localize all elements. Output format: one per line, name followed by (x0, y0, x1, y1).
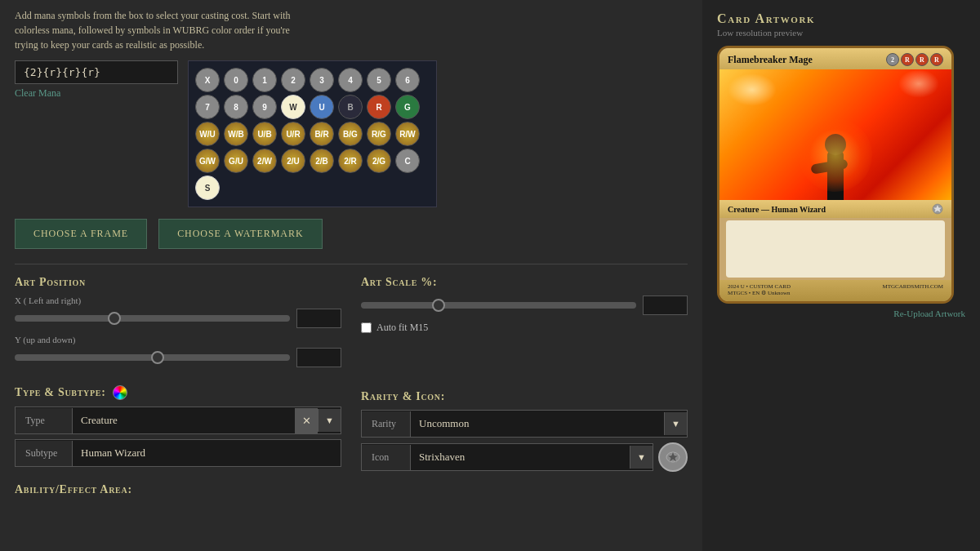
mana-symbol-8[interactable]: 8 (224, 95, 248, 119)
icon-label: Icon (362, 445, 411, 470)
card-footer-right: MTGCARDSMITH.COM (883, 283, 943, 296)
mana-symbol-2-u[interactable]: 2/U (281, 149, 305, 173)
x-slider[interactable] (15, 315, 290, 322)
mana-symbol-u-r[interactable]: U/R (281, 122, 305, 146)
rarity-icon-section: Rarity & Icon: Rarity Uncommon ▼ Icon St… (361, 390, 688, 472)
set-icon (665, 449, 681, 465)
mana-symbol-r-g[interactable]: R/G (367, 122, 391, 146)
mana-symbol-0[interactable]: 0 (224, 68, 248, 92)
set-icon-badge[interactable] (658, 442, 688, 472)
ability-label: Ability/Effect Area: (15, 483, 688, 496)
card-preview-label: Low resolution preview (717, 28, 803, 38)
scale-slider-row: 118 (361, 295, 688, 315)
mana-symbol-r[interactable]: R (367, 95, 391, 119)
y-slider[interactable] (15, 354, 290, 361)
card-mana-cost: 2 R R R (886, 53, 943, 66)
mana-symbol-w-u[interactable]: W/U (195, 122, 220, 146)
icon-dropdown-button[interactable]: ▼ (630, 446, 653, 469)
icon-value: Strixhaven (411, 444, 630, 470)
mana-symbol-w-b[interactable]: W/B (224, 122, 248, 146)
mana-symbol-2-r[interactable]: 2/R (338, 149, 363, 173)
card-footer: 2024 U • CUSTOM CARDMTGCS • EN ⚙ Unknown… (719, 280, 951, 301)
mana-symbol-g-w[interactable]: G/W (195, 149, 220, 173)
mana-symbol-w[interactable]: W (281, 95, 305, 119)
x-slider-row: -29 (15, 309, 341, 328)
mana-symbol-7[interactable]: 7 (195, 95, 220, 119)
card-artwork-title: Card Artwork (717, 11, 815, 26)
mana-symbol-b[interactable]: B (338, 95, 363, 119)
mana-symbol-2-w[interactable]: 2/W (252, 149, 277, 173)
mana-symbol-u[interactable]: U (310, 95, 334, 119)
y-sub-label: Y (up and down) (15, 335, 341, 344)
clear-mana-link[interactable]: Clear Mana (15, 87, 178, 100)
card-header: Flamebreaker Mage 2 R R R (719, 48, 951, 69)
scale-slider[interactable] (361, 302, 636, 309)
mana-symbol-5[interactable]: 5 (367, 68, 391, 92)
type-label: Type (16, 408, 73, 433)
choose-watermark-button[interactable]: Choose a Watermark (158, 219, 322, 249)
card-type-bar: Creature — Human Wizard (719, 200, 951, 218)
card-set-icon (932, 203, 943, 215)
mana-pip-2: 2 (886, 53, 899, 66)
rarity-value: Uncommon (411, 411, 664, 437)
mana-symbol-2-b[interactable]: 2/B (310, 149, 334, 173)
card-text-box (726, 220, 945, 278)
mana-symbol-b-r[interactable]: B/R (310, 122, 334, 146)
subtype-input[interactable] (73, 440, 341, 466)
mana-pip-r1: R (901, 53, 914, 66)
mana-symbol-s[interactable]: S (195, 176, 220, 200)
mana-symbol-g-u[interactable]: G/U (224, 149, 248, 173)
art-position-label: Art Position (15, 276, 341, 289)
mana-symbol-r-w[interactable]: R/W (395, 122, 420, 146)
controls-row: Art Position X ( Left and right) -29 Y (… (15, 276, 688, 374)
mana-symbol-1[interactable]: 1 (252, 68, 277, 92)
x-sub-label: X ( Left and right) (15, 295, 341, 305)
mana-pip-r3: R (930, 53, 943, 66)
mana-symbol-3[interactable]: 3 (310, 68, 334, 92)
scale-value-input[interactable]: 118 (643, 295, 688, 315)
type-field-row: Type ✕ ▼ (15, 407, 341, 434)
auto-fit-checkbox[interactable] (361, 322, 372, 333)
choose-frame-button[interactable]: Choose a Frame (15, 219, 147, 249)
mana-symbol-4[interactable]: 4 (338, 68, 363, 92)
icon-field-row: Icon Strixhaven ▼ (361, 443, 653, 471)
color-wheel-icon[interactable] (113, 385, 127, 400)
art-scale-section: Art Scale %: 118 Auto fit M15 (361, 276, 688, 374)
mana-symbol-b-g[interactable]: B/G (338, 122, 363, 146)
mana-symbol-x[interactable]: X (195, 68, 220, 92)
art-position-section: Art Position X ( Left and right) -29 Y (… (15, 276, 341, 374)
instruction-text: Add mana symbols from the box to select … (15, 8, 292, 52)
re-upload-link[interactable]: Re-Upload Artwork (717, 309, 965, 318)
mana-grid-box: X0123456789WUBRGW/UW/BU/BU/RB/RB/GR/GR/W… (188, 60, 437, 207)
card-art-area (719, 69, 951, 200)
ability-section: Ability/Effect Area: (15, 483, 688, 496)
mana-symbol-g[interactable]: G (395, 95, 420, 119)
rarity-dropdown-button[interactable]: ▼ (664, 412, 687, 435)
left-panel: Add mana symbols from the box to select … (0, 0, 702, 551)
subtype-label: Subtype (16, 441, 73, 466)
type-rarity-row: Type & Subtype: Type ✕ ▼ Subtype Rarity … (15, 385, 688, 472)
mana-symbol-c[interactable]: C (395, 149, 420, 173)
type-input[interactable] (73, 407, 295, 433)
type-subtype-section: Type & Subtype: Type ✕ ▼ Subtype (15, 385, 341, 472)
mana-symbol-6[interactable]: 6 (395, 68, 420, 92)
card-type-text: Creature — Human Wizard (728, 205, 826, 214)
mana-symbol-2-g[interactable]: 2/G (367, 149, 391, 173)
mana-section: Clear Mana X0123456789WUBRGW/UW/BU/BU/RB… (15, 60, 688, 207)
auto-fit-row: Auto fit M15 (361, 322, 688, 334)
mana-symbol-2[interactable]: 2 (281, 68, 305, 92)
card-footer-left: 2024 U • CUSTOM CARDMTGCS • EN ⚙ Unknown (728, 283, 791, 296)
mage-figure (815, 118, 856, 200)
mana-input[interactable] (15, 60, 178, 84)
icon-field-container: Icon Strixhaven ▼ (361, 442, 688, 472)
type-dropdown-button[interactable]: ▼ (318, 409, 341, 432)
subtype-field-row: Subtype (15, 439, 341, 467)
buttons-row: Choose a Frame Choose a Watermark (15, 219, 688, 249)
x-value-input[interactable]: -29 (296, 309, 341, 328)
mana-pip-r2: R (915, 53, 929, 66)
mana-symbol-u-b[interactable]: U/B (252, 122, 277, 146)
rarity-icon-label: Rarity & Icon: (361, 390, 688, 403)
y-value-input[interactable]: 4 (296, 348, 341, 367)
mana-symbol-9[interactable]: 9 (252, 95, 277, 119)
type-clear-button[interactable]: ✕ (295, 408, 318, 433)
